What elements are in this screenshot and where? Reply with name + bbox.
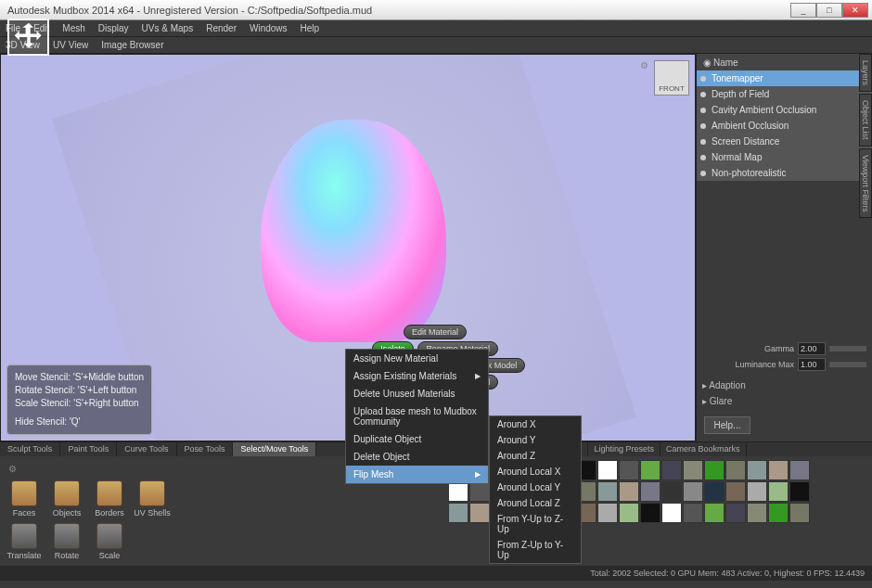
- menu-render[interactable]: Render: [206, 23, 237, 33]
- submenu-around-local-z[interactable]: Around Local Z: [490, 495, 581, 511]
- close-button[interactable]: ✕: [842, 3, 868, 18]
- stencil-swatch[interactable]: [597, 481, 618, 502]
- tool-faces[interactable]: Faces: [6, 480, 43, 518]
- filter-ao[interactable]: Ambient Occlusion: [697, 118, 872, 134]
- tool-tray-gear-icon[interactable]: ⚙: [6, 462, 19, 475]
- tab-sculpt-tools[interactable]: Sculpt Tools: [0, 442, 60, 456]
- gamma-input[interactable]: 2.00: [798, 342, 826, 355]
- menu-uvs[interactable]: UVs & Maps: [142, 23, 194, 33]
- stencil-swatch[interactable]: [683, 460, 703, 480]
- menu-delete-unused-materials[interactable]: Delete Unused Materials: [346, 385, 488, 403]
- tool-rotate[interactable]: Rotate: [48, 523, 85, 560]
- tab-camera-bookmarks[interactable]: Camera Bookmarks: [660, 442, 747, 456]
- stencil-swatch[interactable]: [747, 460, 767, 480]
- tool-scale[interactable]: Scale: [91, 523, 128, 560]
- submenu-around-z[interactable]: Around Z: [490, 448, 581, 464]
- stencil-swatch[interactable]: [448, 503, 468, 523]
- submenu-z-to-y[interactable]: From Z-Up to Y-Up: [490, 537, 581, 563]
- viewcube[interactable]: FRONT: [654, 60, 689, 96]
- menu-windows[interactable]: Windows: [250, 23, 288, 33]
- menu-delete-object[interactable]: Delete Object: [346, 448, 488, 466]
- stencil-swatch[interactable]: [747, 503, 767, 523]
- tool-borders[interactable]: Borders: [91, 480, 128, 518]
- tool-tray: ⚙ Faces Objects Borders UV Shells Transl…: [0, 456, 213, 566]
- side-tab-object-list[interactable]: Object List: [859, 94, 872, 147]
- stencil-swatch[interactable]: [789, 460, 810, 480]
- stencil-swatch[interactable]: [640, 503, 660, 523]
- submenu-y-to-z[interactable]: From Y-Up to Z-Up: [490, 511, 581, 537]
- side-tab-viewport-filters[interactable]: Viewport Filters: [859, 148, 872, 219]
- gamma-slider[interactable]: [829, 346, 866, 352]
- glare-section[interactable]: ▸ Glare: [697, 393, 872, 409]
- stencil-swatch[interactable]: [725, 460, 746, 480]
- tab-uv-view[interactable]: UV View: [53, 40, 88, 50]
- tool-translate[interactable]: Translate: [6, 523, 43, 560]
- tab-pose-tools[interactable]: Pose Tools: [177, 442, 234, 456]
- stencil-swatch[interactable]: [768, 481, 789, 502]
- stencil-swatch[interactable]: [469, 481, 490, 502]
- filter-normal-map[interactable]: Normal Map: [697, 149, 872, 165]
- menu-display[interactable]: Display: [98, 23, 129, 33]
- stencil-swatch[interactable]: [619, 503, 639, 523]
- stencil-swatch[interactable]: [768, 503, 789, 523]
- stencil-swatch[interactable]: [597, 503, 618, 523]
- submenu-around-x[interactable]: Around X: [490, 416, 581, 432]
- menu-assign-new-material[interactable]: Assign New Material: [346, 350, 488, 367]
- stencil-swatch[interactable]: [725, 503, 746, 523]
- menu-flip-mesh[interactable]: Flip Mesh▶: [346, 466, 488, 483]
- stencil-swatch[interactable]: [704, 503, 725, 523]
- filter-dof[interactable]: Depth of Field: [697, 86, 872, 102]
- menu-help[interactable]: Help: [301, 23, 320, 33]
- menu-upload-base-mesh[interactable]: Upload base mesh to Mudbox Community: [346, 403, 488, 430]
- luminance-slider[interactable]: [829, 362, 866, 367]
- stencil-swatch[interactable]: [704, 460, 725, 480]
- stencil-swatch[interactable]: [640, 481, 660, 502]
- move-tool-indicator-icon[interactable]: [7, 19, 49, 56]
- tool-uv-shells[interactable]: UV Shells: [134, 480, 171, 518]
- stencil-swatch[interactable]: [683, 503, 703, 523]
- stencil-swatch[interactable]: [619, 460, 639, 480]
- tool-objects[interactable]: Objects: [48, 480, 85, 518]
- stencil-swatch[interactable]: [597, 460, 618, 480]
- submenu-around-local-y[interactable]: Around Local Y: [490, 479, 581, 495]
- stencil-swatch[interactable]: [661, 503, 682, 523]
- stencil-swatch[interactable]: [661, 460, 682, 480]
- viewport-gear-icon[interactable]: ⚙: [637, 58, 650, 71]
- stencil-swatch[interactable]: [789, 503, 810, 523]
- stencil-swatch[interactable]: [448, 481, 468, 502]
- stencil-swatch[interactable]: [725, 481, 746, 502]
- tab-curve-tools[interactable]: Curve Tools: [117, 442, 176, 456]
- maximize-button[interactable]: □: [816, 3, 842, 18]
- edit-material-button[interactable]: Edit Material: [404, 325, 467, 339]
- tab-select-move-tools[interactable]: Select/Move Tools: [233, 442, 316, 456]
- side-tab-layers[interactable]: Layers: [859, 54, 872, 92]
- tab-paint-tools[interactable]: Paint Tools: [60, 442, 117, 456]
- tab-lighting-presets[interactable]: Lighting Presets: [588, 442, 660, 456]
- tab-image-browser[interactable]: Image Browser: [101, 40, 163, 50]
- stencil-swatch[interactable]: [683, 481, 703, 502]
- filter-tonemapper[interactable]: Tonemapper: [697, 70, 872, 86]
- stencil-swatch[interactable]: [619, 481, 639, 502]
- stencil-swatch[interactable]: [768, 460, 789, 480]
- submenu-around-y[interactable]: Around Y: [490, 432, 581, 448]
- stencil-swatch[interactable]: [747, 481, 767, 502]
- help-button[interactable]: Help...: [704, 416, 750, 434]
- menu-mesh[interactable]: Mesh: [62, 23, 84, 33]
- filter-screen-distance[interactable]: Screen Distance: [697, 134, 872, 149]
- stencil-swatch[interactable]: [640, 460, 660, 480]
- stencil-swatch[interactable]: [661, 481, 682, 502]
- stencil-swatch[interactable]: [789, 481, 810, 502]
- filter-cavity-ao[interactable]: Cavity Ambient Occlusion: [697, 102, 872, 118]
- flip-mesh-submenu: Around X Around Y Around Z Around Local …: [489, 415, 582, 564]
- stencil-swatch[interactable]: [469, 503, 490, 523]
- stencil-swatch[interactable]: [704, 481, 725, 502]
- right-panel: ◉ Name Tonemapper Depth of Field Cavity …: [696, 54, 872, 441]
- menu-assign-existing-materials[interactable]: Assign Existing Materials▶: [346, 367, 488, 385]
- head-model[interactable]: [261, 120, 446, 342]
- adaption-section[interactable]: ▸ Adaption: [697, 377, 872, 393]
- submenu-around-local-x[interactable]: Around Local X: [490, 464, 581, 479]
- luminance-input[interactable]: 1.00: [798, 358, 826, 371]
- minimize-button[interactable]: _: [790, 3, 816, 18]
- menu-duplicate-object[interactable]: Duplicate Object: [346, 430, 488, 448]
- filter-npr[interactable]: Non-photorealistic: [697, 165, 872, 181]
